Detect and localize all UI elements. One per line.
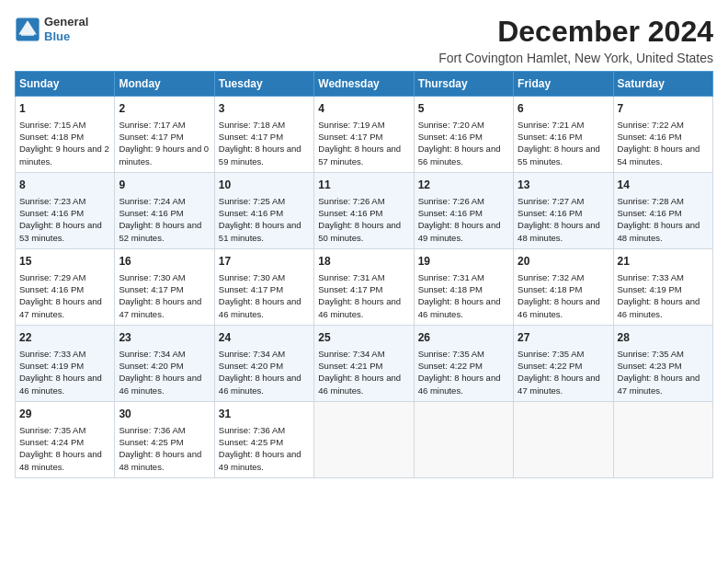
sunrise-label: Sunrise: 7:35 AM	[19, 425, 85, 435]
sunset-label: Sunset: 4:25 PM	[219, 437, 283, 447]
day-number: 1	[19, 101, 110, 117]
sunrise-label: Sunrise: 7:23 AM	[19, 196, 85, 206]
daylight-label: Daylight: 9 hours and 2 minutes.	[19, 144, 109, 166]
calendar-cell: 19Sunrise: 7:31 AMSunset: 4:18 PMDayligh…	[414, 248, 513, 325]
week-row-3: 15Sunrise: 7:29 AMSunset: 4:16 PMDayligh…	[16, 248, 713, 325]
day-number: 3	[219, 101, 310, 117]
calendar-cell: 7Sunrise: 7:22 AMSunset: 4:16 PMDaylight…	[613, 97, 712, 173]
col-header-monday: Monday	[115, 72, 214, 97]
daylight-label: Daylight: 8 hours and 53 minutes.	[19, 220, 102, 242]
calendar-cell: 21Sunrise: 7:33 AMSunset: 4:19 PMDayligh…	[613, 248, 712, 325]
daylight-label: Daylight: 8 hours and 46 minutes.	[418, 373, 501, 395]
sunset-label: Sunset: 4:19 PM	[618, 284, 682, 294]
subtitle: Fort Covington Hamlet, New York, United …	[438, 51, 713, 65]
calendar-cell: 17Sunrise: 7:30 AMSunset: 4:17 PMDayligh…	[214, 248, 313, 325]
calendar-cell	[314, 401, 414, 477]
sunrise-label: Sunrise: 7:15 AM	[19, 120, 85, 130]
daylight-label: Daylight: 8 hours and 57 minutes.	[318, 144, 401, 166]
day-number: 28	[618, 330, 709, 346]
daylight-label: Daylight: 8 hours and 52 minutes.	[119, 220, 201, 242]
sunset-label: Sunset: 4:21 PM	[318, 361, 382, 371]
calendar-cell: 6Sunrise: 7:21 AMSunset: 4:16 PMDaylight…	[514, 97, 613, 173]
calendar-cell: 13Sunrise: 7:27 AMSunset: 4:16 PMDayligh…	[514, 172, 613, 248]
daylight-label: Daylight: 8 hours and 48 minutes.	[618, 220, 700, 242]
daylight-label: Daylight: 8 hours and 54 minutes.	[618, 144, 700, 166]
calendar-cell: 15Sunrise: 7:29 AMSunset: 4:16 PMDayligh…	[16, 248, 115, 325]
day-number: 29	[19, 407, 110, 422]
calendar-cell: 18Sunrise: 7:31 AMSunset: 4:17 PMDayligh…	[314, 248, 414, 325]
day-number: 27	[518, 330, 609, 346]
day-number: 13	[518, 178, 609, 193]
day-number: 5	[418, 101, 509, 117]
sunset-label: Sunset: 4:16 PM	[618, 132, 682, 142]
calendar-cell: 12Sunrise: 7:26 AMSunset: 4:16 PMDayligh…	[414, 172, 513, 248]
page-header: General Blue December 2024 Fort Covingto…	[15, 15, 713, 65]
day-number: 20	[518, 254, 609, 270]
col-header-friday: Friday	[514, 72, 613, 97]
day-number: 4	[318, 101, 409, 117]
sunrise-label: Sunrise: 7:31 AM	[418, 272, 484, 282]
calendar-cell: 9Sunrise: 7:24 AMSunset: 4:16 PMDaylight…	[115, 172, 214, 248]
calendar-cell: 11Sunrise: 7:26 AMSunset: 4:16 PMDayligh…	[314, 172, 414, 248]
calendar-cell: 8Sunrise: 7:23 AMSunset: 4:16 PMDaylight…	[16, 172, 115, 248]
day-number: 22	[19, 330, 110, 346]
sunrise-label: Sunrise: 7:19 AM	[318, 120, 384, 130]
week-row-1: 1Sunrise: 7:15 AMSunset: 4:18 PMDaylight…	[16, 97, 713, 173]
calendar-cell	[514, 401, 613, 477]
sunset-label: Sunset: 4:22 PM	[518, 361, 582, 371]
calendar-cell: 5Sunrise: 7:20 AMSunset: 4:16 PMDaylight…	[414, 97, 513, 173]
col-header-wednesday: Wednesday	[314, 72, 414, 97]
calendar-cell: 1Sunrise: 7:15 AMSunset: 4:18 PMDaylight…	[16, 97, 115, 173]
calendar-cell: 20Sunrise: 7:32 AMSunset: 4:18 PMDayligh…	[514, 248, 613, 325]
daylight-label: Daylight: 8 hours and 56 minutes.	[418, 144, 501, 166]
sunset-label: Sunset: 4:17 PM	[119, 284, 183, 294]
day-number: 8	[19, 178, 110, 193]
sunset-label: Sunset: 4:24 PM	[19, 437, 84, 447]
sunrise-label: Sunrise: 7:29 AM	[19, 272, 85, 282]
sunrise-label: Sunrise: 7:35 AM	[618, 349, 684, 359]
sunset-label: Sunset: 4:16 PM	[518, 208, 582, 218]
day-number: 16	[119, 254, 210, 270]
sunset-label: Sunset: 4:17 PM	[318, 132, 382, 142]
daylight-label: Daylight: 8 hours and 47 minutes.	[618, 373, 700, 395]
sunrise-label: Sunrise: 7:26 AM	[318, 196, 384, 206]
day-number: 23	[119, 330, 210, 346]
daylight-label: Daylight: 8 hours and 48 minutes.	[119, 449, 201, 471]
day-number: 9	[119, 178, 210, 193]
day-number: 30	[119, 407, 210, 422]
daylight-label: Daylight: 8 hours and 55 minutes.	[518, 144, 600, 166]
week-row-4: 22Sunrise: 7:33 AMSunset: 4:19 PMDayligh…	[16, 325, 713, 401]
calendar-table: SundayMondayTuesdayWednesdayThursdayFrid…	[15, 71, 713, 478]
sunrise-label: Sunrise: 7:21 AM	[518, 120, 584, 130]
day-number: 2	[119, 101, 210, 117]
sunrise-label: Sunrise: 7:22 AM	[618, 120, 684, 130]
sunset-label: Sunset: 4:20 PM	[119, 361, 183, 371]
sunset-label: Sunset: 4:16 PM	[418, 208, 483, 218]
calendar-cell: 3Sunrise: 7:18 AMSunset: 4:17 PMDaylight…	[214, 97, 313, 173]
day-number: 7	[618, 101, 709, 117]
calendar-cell	[613, 401, 712, 477]
sunrise-label: Sunrise: 7:20 AM	[418, 120, 484, 130]
sunrise-label: Sunrise: 7:18 AM	[219, 120, 285, 130]
sunrise-label: Sunrise: 7:35 AM	[418, 349, 484, 359]
sunrise-label: Sunrise: 7:30 AM	[119, 272, 185, 282]
day-number: 6	[518, 101, 609, 117]
daylight-label: Daylight: 8 hours and 46 minutes.	[19, 373, 102, 395]
day-number: 11	[318, 178, 409, 193]
sunrise-label: Sunrise: 7:34 AM	[219, 349, 285, 359]
logo: General Blue	[15, 15, 88, 43]
daylight-label: Daylight: 8 hours and 46 minutes.	[418, 296, 501, 318]
sunset-label: Sunset: 4:22 PM	[418, 361, 483, 371]
col-header-thursday: Thursday	[414, 72, 513, 97]
calendar-cell: 30Sunrise: 7:36 AMSunset: 4:25 PMDayligh…	[115, 401, 214, 477]
col-header-sunday: Sunday	[16, 72, 115, 97]
sunrise-label: Sunrise: 7:34 AM	[119, 349, 185, 359]
day-number: 25	[318, 330, 409, 346]
day-number: 26	[418, 330, 509, 346]
sunrise-label: Sunrise: 7:32 AM	[518, 272, 584, 282]
sunset-label: Sunset: 4:16 PM	[418, 132, 483, 142]
calendar-cell: 27Sunrise: 7:35 AMSunset: 4:22 PMDayligh…	[514, 325, 613, 401]
calendar-cell: 14Sunrise: 7:28 AMSunset: 4:16 PMDayligh…	[613, 172, 712, 248]
calendar-header-row: SundayMondayTuesdayWednesdayThursdayFrid…	[16, 72, 713, 97]
sunrise-label: Sunrise: 7:17 AM	[119, 120, 185, 130]
